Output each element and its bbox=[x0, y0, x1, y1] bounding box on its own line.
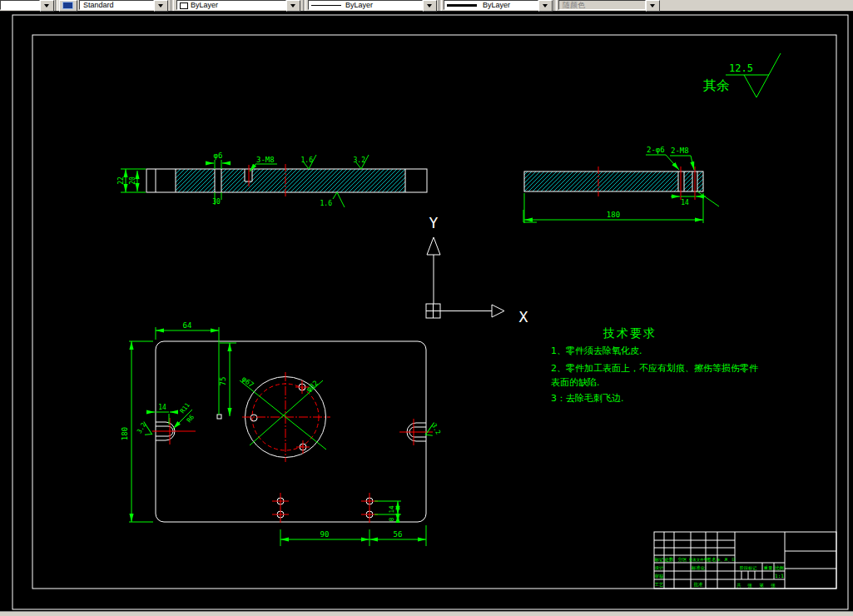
tb-changeno-label: 更改文件号 bbox=[689, 557, 708, 562]
linetype-combo-field[interactable]: ByLayer bbox=[308, 0, 423, 10]
plotstyle-combo-arrow-icon bbox=[646, 0, 660, 12]
tb-sheet-unit2-label: 张 bbox=[771, 583, 776, 589]
lineweight-combo-arrow-icon[interactable] bbox=[538, 0, 553, 12]
lineweight-combo[interactable]: ByLayer bbox=[444, 0, 552, 10]
text-style-icon[interactable] bbox=[59, 0, 77, 12]
tb-check-label: 审核 bbox=[655, 574, 665, 579]
corner-break-mark bbox=[523, 210, 537, 222]
rough-16-bottom-label: 1.6 bbox=[320, 200, 333, 207]
tb-stagemark-label: 阶段标记 bbox=[740, 565, 756, 571]
color-combo-field[interactable]: ByLayer bbox=[176, 0, 286, 10]
top-view: 64 75 180 14 R11 R6 3.2 3.2 φ67 φ82 90 5… bbox=[121, 321, 442, 546]
style-combo-field[interactable]: Standard bbox=[79, 0, 154, 10]
ucs-icon: Y X bbox=[426, 214, 528, 325]
color-swatch-icon bbox=[180, 2, 188, 9]
style-combo[interactable]: Standard bbox=[79, 0, 167, 10]
tb-zone-label: 分区 bbox=[678, 557, 688, 562]
bolt-circle-dia-label: φ67 bbox=[241, 375, 255, 389]
ucs-x-label: X bbox=[519, 308, 528, 325]
toolbar-separator bbox=[171, 0, 174, 11]
color-combo[interactable]: ByLayer bbox=[176, 0, 300, 10]
holes-2d6-label: 2-φ6 bbox=[647, 146, 665, 154]
tb-approve-label: 批准 bbox=[694, 582, 704, 588]
surface-roughness-note: 其余 12.5 bbox=[703, 53, 781, 97]
hatch-area bbox=[524, 171, 703, 191]
dia6-label: φ6 bbox=[214, 152, 223, 160]
ucs-y-label: Y bbox=[429, 214, 439, 231]
linetype-combo-value: ByLayer bbox=[345, 1, 373, 9]
rough-16-top-label: 1.6 bbox=[301, 156, 314, 164]
tb-sheet-unit1-label: 张 bbox=[747, 583, 752, 589]
layer-combo-arrow-icon[interactable] bbox=[40, 0, 54, 12]
thread-2m8-label: 2-M8 bbox=[671, 147, 689, 155]
tb-sheet-total-label: 共 bbox=[736, 583, 741, 588]
hole-note-label: 30 bbox=[212, 198, 221, 206]
dim-64-label: 64 bbox=[183, 321, 192, 330]
ucs-x-arrow-icon bbox=[492, 305, 504, 317]
bottom-holes bbox=[277, 498, 373, 518]
dim-14-right-label: 14 bbox=[388, 505, 395, 514]
lineweight-combo-field[interactable]: ByLayer bbox=[444, 0, 538, 10]
tb-date-label: 年、月、日 bbox=[717, 558, 736, 562]
dim-180-label: 180 bbox=[121, 427, 129, 440]
object-properties-toolbar: Standard ByLayer ByLayer ByLayer 随颜色 bbox=[0, 0, 853, 12]
tech-req-line-4: 3：去除毛刺飞边. bbox=[551, 393, 624, 404]
dim-75-label: 75 bbox=[219, 377, 227, 386]
tb-scale-value: 1:1 bbox=[775, 573, 784, 579]
text-style-glyph-icon bbox=[62, 2, 73, 9]
reference-point-marker bbox=[217, 415, 221, 419]
dim-90-label: 90 bbox=[320, 530, 330, 539]
roughness-value-label: 12.5 bbox=[729, 62, 753, 74]
toolbar-separator bbox=[303, 0, 306, 11]
tb-sign-label: 签名 bbox=[707, 557, 717, 563]
dim-14-slot-label: 14 bbox=[158, 404, 166, 411]
rough-right-label: 3.2 bbox=[430, 422, 442, 435]
drawing-canvas[interactable]: 其余 12.5 22 20 φ6 30 3-M8 1.6 3. bbox=[0, 0, 853, 616]
paper-frame bbox=[12, 15, 848, 609]
style-combo-arrow-icon[interactable] bbox=[154, 0, 168, 12]
inner-frame bbox=[32, 35, 836, 589]
dim-180-label: 180 bbox=[607, 211, 620, 219]
toolbar-separator bbox=[553, 0, 557, 11]
outer-frame bbox=[12, 15, 848, 609]
plotstyle-combo-value: 随颜色 bbox=[563, 1, 585, 9]
dim-8-label: 8 bbox=[388, 517, 395, 521]
dim-22-label: 22 bbox=[117, 176, 125, 185]
outer-circle-dia-label: φ82 bbox=[305, 379, 320, 394]
technical-requirements: 技术要求 1、零件须去除氧化皮. 2、零件加工表面上，不应有划痕、擦伤等损伤零件… bbox=[551, 326, 758, 404]
slot-centerlines bbox=[152, 418, 433, 445]
cad-application-window: { "toolbar": { "style_combo": {"value": … bbox=[0, 0, 853, 616]
rough-left-label: 3.2 bbox=[136, 421, 148, 435]
bottom-hole-centerlines bbox=[272, 493, 378, 523]
tech-req-line-3: 表面的缺陷. bbox=[551, 377, 600, 388]
title-block-labels: 标记 处数 分区 更改文件号 签名 年、月、日 设计 标准化 审核 工艺 批准 … bbox=[654, 557, 785, 589]
tb-design-label: 设计 bbox=[655, 565, 665, 570]
style-combo-value: Standard bbox=[83, 1, 114, 9]
toolbar-separator bbox=[439, 0, 442, 11]
rough-32-top-label: 3.2 bbox=[354, 156, 366, 164]
linetype-combo-arrow-icon[interactable] bbox=[423, 0, 437, 12]
toolbar-separator bbox=[55, 0, 58, 11]
color-combo-arrow-icon[interactable] bbox=[286, 0, 300, 12]
plate-outline bbox=[156, 341, 426, 522]
lineweight-sample-icon bbox=[447, 4, 477, 7]
dim-spacing-label: 14 bbox=[681, 199, 689, 206]
tb-mark-label: 标记 bbox=[654, 557, 665, 563]
roughness-check-icon bbox=[726, 53, 781, 97]
section-view-left: 22 20 φ6 30 3-M8 1.6 3.2 1.6 bbox=[117, 152, 427, 207]
status-bar bbox=[0, 611, 853, 616]
linetype-combo[interactable]: ByLayer bbox=[308, 0, 436, 10]
section-view-right: 2-φ6 2-M8 180 14 bbox=[524, 146, 719, 223]
tb-process-label: 工艺 bbox=[655, 582, 665, 587]
rough-left-mark: 3.2 bbox=[136, 420, 156, 439]
hatch-area bbox=[176, 169, 405, 192]
color-combo-value: ByLayer bbox=[191, 1, 218, 9]
layer-combo[interactable] bbox=[0, 0, 53, 10]
tb-scale-label: 比例 bbox=[775, 565, 784, 571]
linetype-sample-icon bbox=[311, 5, 341, 6]
tech-req-line-2: 2、零件加工表面上，不应有划痕、擦伤等损伤零件 bbox=[551, 363, 758, 374]
layer-combo-field[interactable] bbox=[0, 0, 40, 10]
tb-count-label: 处数 bbox=[665, 557, 675, 563]
plotstyle-combo-field: 随颜色 bbox=[558, 0, 646, 10]
plotstyle-combo: 随颜色 bbox=[558, 0, 659, 10]
